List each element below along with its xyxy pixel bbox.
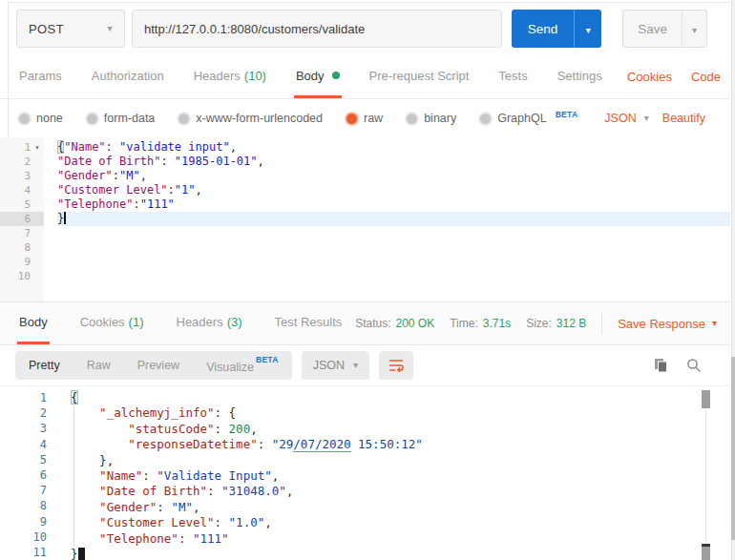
code-token: "Name" — [99, 468, 142, 483]
code-token: : — [215, 422, 229, 436]
beautify-link[interactable]: Beautify — [662, 112, 705, 125]
request-editor-code[interactable]: {"Name": "validate input","Date of Birth… — [44, 137, 730, 301]
send-options-button[interactable]: ▾ — [574, 10, 601, 48]
response-meta-row: BodyCookies(1)Headers(3)Test Results Sta… — [0, 301, 730, 345]
url-value: http://127.0.0.1:8080/customers/validate — [144, 22, 365, 36]
code-token: : — [207, 484, 221, 498]
response-scrollbar-thumb[interactable] — [702, 390, 710, 408]
view-preview[interactable]: Preview — [124, 351, 193, 380]
body-type-raw[interactable]: raw — [346, 112, 383, 125]
code-line: "Date of Birth": "1985-01-01", — [57, 155, 730, 169]
body-type-graphql[interactable]: GraphQLBETA — [480, 112, 578, 125]
code-token: 200 — [229, 422, 251, 436]
response-tab-cookies[interactable]: Cookies(1) — [78, 302, 146, 344]
radio-icon[interactable] — [87, 114, 97, 124]
radio-icon[interactable] — [480, 114, 491, 124]
url-input[interactable]: http://127.0.0.1:8080/customers/validate — [132, 10, 502, 48]
send-split-button: Send ▾ — [512, 10, 602, 48]
method-label: POST — [29, 22, 64, 36]
radio-icon[interactable] — [346, 114, 357, 124]
line-number: 7 — [0, 226, 44, 240]
language-dropdown[interactable]: JSON ▾ — [604, 112, 648, 125]
code-token: } — [57, 212, 64, 225]
response-tab-body[interactable]: Body — [17, 302, 50, 344]
save-button[interactable]: Save — [622, 10, 682, 48]
view-label: Pretty — [29, 359, 60, 372]
fold-arrow-icon[interactable]: ▾ — [31, 143, 44, 152]
line-number-value: 6 — [0, 213, 31, 225]
tab-settings[interactable]: Settings — [556, 55, 604, 98]
view-visualize[interactable]: VisualizeBETA — [193, 349, 292, 382]
line-number: 5 — [0, 197, 44, 212]
code-token: : — [178, 531, 193, 546]
response-tab-test-results[interactable]: Test Results — [273, 302, 345, 344]
wrap-lines-button[interactable] — [379, 351, 413, 380]
chevron-down-icon: ▾ — [644, 114, 649, 123]
copy-button[interactable] — [654, 358, 668, 373]
view-pretty[interactable]: Pretty — [15, 351, 74, 380]
code-token: : { — [215, 405, 237, 420]
code-token: "validate input" — [119, 140, 230, 154]
line-number: 8 — [0, 240, 44, 255]
wrap-lines-icon — [388, 359, 404, 372]
radio-icon[interactable] — [178, 114, 189, 124]
line-number-value: 8 — [0, 241, 31, 254]
line-number-value: 4 — [40, 438, 47, 451]
time-stat: Time: 3.71s — [450, 317, 511, 330]
code-line: }, — [71, 453, 730, 468]
radio-label: form-data — [104, 112, 156, 125]
line-number-value: 1 — [40, 391, 47, 404]
code-line: "statusCode": 200, — [71, 422, 730, 437]
send-button[interactable]: Send — [512, 10, 575, 48]
body-type-binary[interactable]: binary — [407, 112, 456, 125]
code-line — [57, 226, 730, 240]
cookies-link[interactable]: Cookies — [627, 70, 672, 84]
method-dropdown[interactable]: POST ▾ — [16, 10, 125, 48]
code-token — [71, 468, 99, 483]
code-token: 15:50:12" — [351, 437, 423, 451]
body-type-none[interactable]: none — [19, 112, 63, 125]
line-number-value: 2 — [40, 406, 47, 420]
save-options-button[interactable]: ▾ — [682, 10, 707, 48]
code-token: , — [272, 468, 280, 483]
code-line: "Gender": "M", — [71, 500, 730, 515]
line-number-value: 10 — [33, 530, 47, 544]
line-number: 6 — [0, 212, 44, 226]
save-response-button[interactable]: Save Response ▾ — [618, 317, 717, 331]
search-button[interactable] — [686, 358, 702, 373]
view-raw[interactable]: Raw — [74, 351, 124, 380]
code-token — [71, 500, 99, 514]
chevron-down-icon: ▾ — [692, 25, 697, 35]
tab-headers[interactable]: Headers(10) — [192, 55, 268, 98]
tab-body[interactable]: Body — [294, 55, 342, 98]
tab-tests[interactable]: Tests — [496, 55, 529, 98]
radio-icon[interactable] — [407, 114, 417, 124]
line-number: 2 — [0, 155, 44, 169]
response-editor-code[interactable]: { "_alchemyj_info": { "statusCode": 200,… — [55, 386, 730, 560]
code-line: } — [57, 212, 730, 226]
response-language-label: JSON — [313, 359, 345, 372]
request-body-editor[interactable]: 1▾2345678910 {"Name": "validate input","… — [0, 137, 730, 301]
tab-params[interactable]: Params — [17, 55, 64, 98]
body-type-x-www-form-urlencoded[interactable]: x-www-form-urlencoded — [178, 112, 323, 125]
code-token: : — [160, 155, 174, 168]
response-language-dropdown[interactable]: JSON ▾ — [302, 351, 369, 380]
response-scrollbar-bottom[interactable] — [702, 544, 710, 560]
body-type-form-data[interactable]: form-data — [87, 112, 156, 125]
code-link[interactable]: Code — [691, 70, 721, 84]
response-body-editor[interactable]: 1234567891011 { "_alchemyj_info": { "sta… — [0, 385, 730, 560]
code-token: "Customer Level" — [99, 515, 214, 529]
code-token — [71, 515, 99, 529]
request-url-bar: POST ▾ http://127.0.0.1:8080/customers/v… — [9, 2, 730, 55]
code-token: "Validate Input" — [157, 468, 271, 483]
response-tab-headers[interactable]: Headers(3) — [175, 302, 244, 344]
status-value: 200 OK — [396, 317, 435, 330]
code-token: "Name" — [64, 140, 105, 154]
tab-pre-request-script[interactable]: Pre-request Script — [368, 55, 472, 98]
radio-icon[interactable] — [19, 114, 30, 124]
line-number: 10 — [0, 269, 44, 283]
tab-authorization[interactable]: Authorization — [90, 55, 166, 98]
code-line: "Customer Level": "1.0", — [71, 515, 730, 530]
window-scrollbar-thumb[interactable] — [731, 357, 735, 540]
request-tabs-row: ParamsAuthorizationHeaders(10)BodyPre-re… — [0, 55, 730, 99]
